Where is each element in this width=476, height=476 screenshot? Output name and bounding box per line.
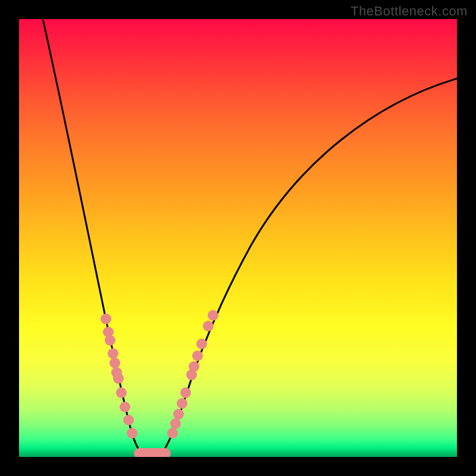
overlay-svg: [19, 19, 457, 457]
data-point: [105, 335, 115, 346]
data-point: [109, 358, 120, 368]
data-point: [167, 428, 178, 439]
data-point: [173, 409, 184, 419]
data-point: [196, 339, 207, 349]
data-point: [180, 387, 191, 398]
data-point: [113, 373, 124, 384]
data-point: [170, 418, 181, 429]
data-point: [101, 314, 111, 324]
dots-right-group: [167, 310, 218, 439]
data-point: [123, 415, 134, 425]
data-point: [208, 310, 218, 321]
plot-area: [19, 19, 457, 457]
chart-container: TheBottleneck.com: [0, 0, 476, 476]
curve-right: [161, 79, 457, 455]
data-point: [192, 350, 203, 361]
watermark-text: TheBottleneck.com: [350, 4, 468, 19]
data-point: [203, 321, 214, 331]
data-point: [127, 428, 137, 439]
curve-left: [43, 19, 144, 455]
data-point: [177, 398, 187, 409]
data-point: [108, 348, 118, 359]
data-point: [189, 361, 199, 372]
dots-left-group: [101, 314, 137, 439]
data-point: [120, 402, 130, 412]
data-point: [116, 387, 127, 398]
